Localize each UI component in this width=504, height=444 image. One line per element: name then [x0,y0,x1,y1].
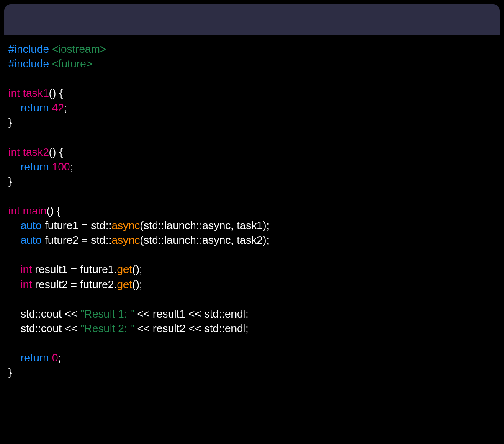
return-keyword: return [21,160,49,173]
fn-call: get [117,263,132,276]
code-line: int main() { [8,204,60,217]
code-line: #include <future> [8,57,93,70]
code-line: return 42; [8,101,67,114]
fn-call: get [117,278,132,291]
fn-call: async [111,234,140,246]
auto-keyword: auto [21,219,42,232]
type-token: int [8,146,20,158]
code-line: auto future2 = std::async(std::launch::a… [8,234,270,246]
code-header-bar [4,4,500,35]
fn-call: async [111,219,140,232]
code-line: int result2 = future2.get(); [8,278,142,291]
code-line: return 0; [8,351,61,364]
preproc-token: #include [8,43,49,55]
string-literal: "Result 2: " [80,322,134,335]
code-line: auto future1 = std::async(std::launch::a… [8,219,270,232]
code-line: std::cout << "Result 2: " << result2 << … [8,322,248,335]
code-block-container: #include <iostream> #include <future> in… [0,4,504,444]
number-literal: 0 [52,351,58,364]
code-line: } [8,175,12,188]
number-literal: 100 [52,160,70,173]
type-token: int [8,204,20,217]
type-token: int [8,87,20,99]
fn-name: task1 [23,87,49,99]
type-token: int [21,278,32,291]
type-token: int [21,263,32,276]
code-line: int task1() { [8,87,63,99]
preproc-token: #include [8,57,49,70]
fn-name: main [23,204,46,217]
number-literal: 42 [52,101,64,114]
return-keyword: return [21,101,49,114]
code-line: } [8,116,12,129]
code-line: #include <iostream> [8,43,106,55]
code-line: std::cout << "Result 1: " << result1 << … [8,307,248,320]
header-include: <future> [52,57,93,70]
header-include: <iostream> [52,43,106,55]
code-line: int task2() { [8,146,63,158]
auto-keyword: auto [21,234,42,246]
fn-name: task2 [23,146,49,158]
return-keyword: return [21,351,49,364]
code-line: return 100; [8,160,73,173]
code-line: int result1 = future1.get(); [8,263,142,276]
code-line: } [8,366,12,379]
string-literal: "Result 1: " [80,307,134,320]
code-content[interactable]: #include <iostream> #include <future> in… [0,35,504,387]
